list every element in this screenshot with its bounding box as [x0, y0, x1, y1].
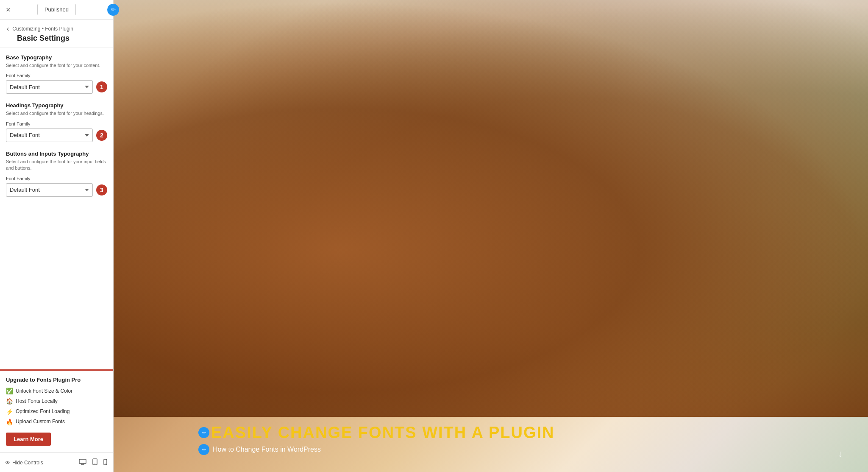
pro-feature-4-label: Upload Custom Fonts: [16, 419, 65, 425]
desktop-view-button[interactable]: [78, 458, 87, 467]
buttons-typography-title: Buttons and Inputs Typography: [6, 151, 107, 157]
headings-typography-desc: Select and configure the font for your h…: [6, 110, 107, 117]
desktop-icon: [79, 459, 86, 465]
sofa-background: [114, 0, 868, 417]
bottom-bar: 👁 Hide Controls: [0, 452, 113, 472]
pro-feature-3: ⚡ Optimized Font Loading: [6, 408, 107, 416]
back-button[interactable]: ‹: [7, 25, 9, 32]
pro-feature-1-label: Unlock Font Size & Color: [16, 388, 72, 395]
base-font-row: Default FontArialHelveticaGeorgiaTimes N…: [6, 80, 107, 94]
hide-controls-label: Hide Controls: [12, 460, 43, 466]
headings-typography-title: Headings Typography: [6, 102, 107, 109]
panel-header: ‹ Customizing • Fonts Plugin Basic Setti…: [0, 20, 113, 47]
pro-upgrade-title: Upgrade to Fonts Plugin Pro: [6, 377, 107, 383]
house-icon: 🏠: [6, 397, 13, 405]
view-icons: [78, 458, 108, 467]
svg-point-5: [95, 464, 95, 464]
preview-area: ✏ EASILY CHANGE FONTS WITH A PLUGIN ✏ Ho…: [114, 0, 868, 472]
tablet-icon: [92, 458, 97, 465]
top-bar: × Published ✏: [0, 0, 113, 20]
mobile-icon: [103, 459, 107, 465]
lightning-icon: ⚡: [6, 408, 13, 416]
headings-font-select[interactable]: Default FontArialHelveticaGeorgiaTimes N…: [6, 128, 93, 142]
page-title: Basic Settings: [7, 34, 106, 43]
base-typography-section: Base Typography Select and configure the…: [6, 54, 107, 94]
buttons-typography-section: Buttons and Inputs Typography Select and…: [6, 151, 107, 197]
base-typography-desc: Select and configure the font for your c…: [6, 62, 107, 69]
base-typography-title: Base Typography: [6, 54, 107, 61]
buttons-typography-desc: Select and configure the font for your i…: [6, 159, 107, 172]
scroll-down-arrow: ↓: [838, 448, 843, 459]
close-button[interactable]: ×: [6, 6, 11, 14]
pencil-circle-heading-icon: ✏: [198, 427, 209, 438]
published-button[interactable]: Published: [37, 4, 76, 15]
pencil-icon: ✏: [111, 6, 116, 13]
preview-subheading-row: ✏ How to Change Fonts in WordPress: [198, 444, 868, 455]
buttons-font-row: Default FontArialHelveticaGeorgiaTimes N…: [6, 183, 107, 197]
breadcrumb: Customizing • Fonts Plugin: [12, 26, 73, 32]
preview-heading-row: ✏ EASILY CHANGE FONTS WITH A PLUGIN: [198, 425, 868, 441]
pencil-heading-icon: ✏: [202, 430, 206, 436]
preview-subheading: How to Change Fonts in WordPress: [213, 446, 321, 453]
pro-feature-2: 🏠 Host Fonts Locally: [6, 397, 107, 405]
pro-feature-2-label: Host Fonts Locally: [16, 398, 58, 405]
svg-point-7: [105, 464, 106, 464]
settings-content: Base Typography Select and configure the…: [0, 47, 113, 369]
pro-upgrade-box: Upgrade to Fonts Plugin Pro ✅ Unlock Fon…: [0, 369, 113, 452]
mobile-view-button[interactable]: [103, 458, 108, 467]
breadcrumb-row: ‹ Customizing • Fonts Plugin: [7, 25, 106, 32]
buttons-font-select[interactable]: Default FontArialHelveticaGeorgiaTimes N…: [6, 183, 93, 197]
base-font-select[interactable]: Default FontArialHelveticaGeorgiaTimes N…: [6, 80, 93, 94]
preview-background: ✏ EASILY CHANGE FONTS WITH A PLUGIN ✏ Ho…: [114, 0, 868, 472]
learn-more-button[interactable]: Learn More: [6, 433, 51, 446]
pencil-sub-icon: ✏: [202, 447, 206, 452]
svg-rect-0: [79, 459, 86, 464]
hide-controls-button[interactable]: 👁 Hide Controls: [5, 460, 43, 466]
base-font-family-label: Font Family: [6, 73, 107, 78]
pencil-circle-sub-icon: ✏: [198, 444, 209, 455]
checkmark-icon: ✅: [6, 387, 13, 395]
pro-feature-3-label: Optimized Font Loading: [16, 408, 70, 415]
buttons-font-family-label: Font Family: [6, 176, 107, 181]
sofa-scene: [114, 0, 868, 417]
pro-feature-1: ✅ Unlock Font Size & Color: [6, 387, 107, 395]
pencil-circle-top-icon: ✏: [107, 4, 119, 16]
step-badge-2: 2: [96, 130, 107, 141]
pro-feature-4: 🔥 Upload Custom Fonts: [6, 418, 107, 426]
headings-typography-section: Headings Typography Select and configure…: [6, 102, 107, 142]
preview-main-heading: EASILY CHANGE FONTS WITH A PLUGIN: [211, 425, 555, 441]
left-panel: × Published ✏ ‹ Customizing • Fonts Plug…: [0, 0, 114, 472]
tablet-view-button[interactable]: [92, 458, 98, 467]
step-badge-3: 3: [96, 184, 107, 196]
headings-font-family-label: Font Family: [6, 121, 107, 126]
preview-bottom-overlay: ✏ EASILY CHANGE FONTS WITH A PLUGIN ✏ Ho…: [198, 425, 868, 455]
fire-icon: 🔥: [6, 418, 13, 426]
eye-icon: 👁: [5, 460, 10, 466]
headings-font-row: Default FontArialHelveticaGeorgiaTimes N…: [6, 128, 107, 142]
step-badge-1: 1: [96, 81, 107, 92]
